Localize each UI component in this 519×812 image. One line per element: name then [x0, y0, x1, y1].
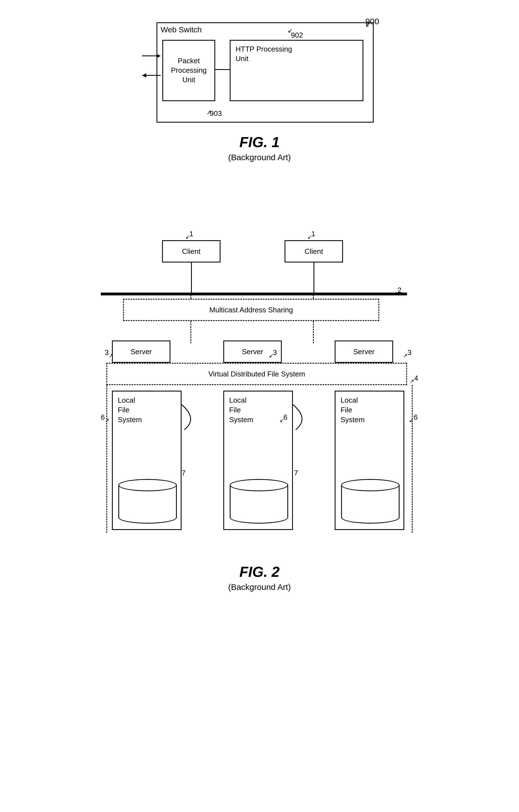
- fig2-diagram-wrapper: 1 ↙ 1 ↙ Client Client 2 ↙ Multicas: [101, 224, 418, 558]
- arrow-out-bottom: ◀: [142, 72, 161, 78]
- dashed-right-border: [412, 385, 413, 533]
- client-box-1: Client: [162, 240, 220, 262]
- label-6c: 6: [414, 413, 418, 422]
- cylinder-2: [230, 479, 288, 524]
- http-processing-label: HTTP Processing Unit: [236, 45, 292, 63]
- label-7a: 7: [182, 469, 185, 477]
- label-7b: 7: [294, 469, 298, 477]
- fig2-title: FIG. 2: [228, 563, 291, 580]
- fig1-title-group: FIG. 1 (Background Art): [228, 134, 291, 162]
- vdfs-label: Virtual Distributed File System: [208, 370, 305, 378]
- fig1-container: 900 ↙ Web Switch Packet Processing Unit …: [22, 17, 497, 162]
- server-label-1: Server: [130, 347, 152, 356]
- multicast-label: Multicast Address Sharing: [209, 306, 293, 314]
- page-container: 900 ↙ Web Switch Packet Processing Unit …: [0, 0, 519, 812]
- dashed-vline-right: [313, 293, 314, 299]
- packet-processing-label: Packet Processing Unit: [171, 56, 207, 84]
- client-label-2: Client: [305, 247, 323, 256]
- cylinder-1: [118, 479, 177, 524]
- dashed-vline-left: [190, 293, 191, 299]
- connector-line: [215, 69, 230, 70]
- label-902: 902: [291, 31, 303, 39]
- vline-client2: [313, 262, 314, 293]
- web-switch-label: Web Switch: [161, 25, 202, 34]
- fig2-container: 1 ↙ 1 ↙ Client Client 2 ↙ Multicas: [22, 224, 497, 592]
- cylinder-3: [341, 479, 400, 524]
- fig1-subtitle: (Background Art): [228, 153, 291, 162]
- fig2-subtitle: (Background Art): [228, 582, 291, 592]
- label-3a: 3: [105, 348, 109, 357]
- web-switch-box: Web Switch Packet Processing Unit HTTP P…: [156, 22, 374, 123]
- http-processing-box: HTTP Processing Unit: [230, 40, 363, 101]
- curve-svg-2: [218, 388, 346, 438]
- client-label-1: Client: [182, 247, 201, 256]
- server-box-3: Server: [335, 341, 393, 363]
- fig2-title-group: FIG. 2 (Background Art): [228, 563, 291, 592]
- client-box-2: Client: [284, 240, 343, 262]
- network-line: [101, 293, 407, 295]
- fig1-title: FIG. 1: [228, 134, 291, 150]
- server-box-1: Server: [112, 341, 171, 363]
- dashed-vline-left2: [190, 321, 191, 343]
- vline-client1: [191, 262, 192, 293]
- arrow-in-top: ▶: [142, 53, 161, 59]
- server-label-3: Server: [353, 347, 375, 356]
- server-label-2: Server: [242, 347, 264, 356]
- packet-processing-box: Packet Processing Unit: [162, 40, 215, 101]
- multicast-box: Multicast Address Sharing: [123, 299, 379, 321]
- dashed-vline-right2: [313, 321, 314, 343]
- vdfs-box: Virtual Distributed File System: [106, 363, 407, 385]
- label-4: 4: [414, 374, 418, 383]
- fig1-diagram-wrapper: 900 ↙ Web Switch Packet Processing Unit …: [140, 17, 379, 128]
- curve-svg-1: [101, 388, 229, 438]
- label-3c: 3: [408, 348, 411, 357]
- label-903: 903: [210, 109, 222, 118]
